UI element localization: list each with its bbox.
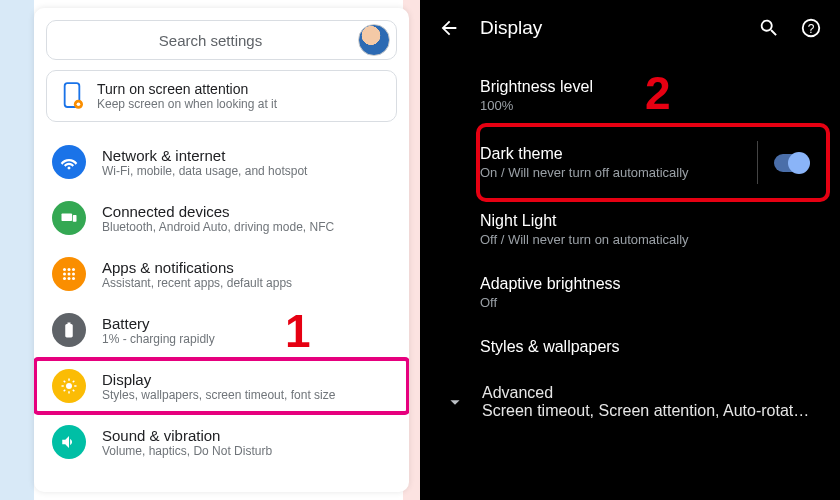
screen-attention-icon (61, 82, 83, 110)
help-button[interactable]: ? (800, 17, 822, 39)
step-2-annotation: 2 (645, 70, 671, 116)
search-placeholder: Search settings (63, 32, 358, 49)
apps-icon (52, 257, 86, 291)
svg-point-12 (68, 277, 71, 280)
svg-point-10 (72, 273, 75, 276)
display-item-darktheme[interactable]: Dark theme On / Will never turn off auto… (480, 127, 826, 198)
svg-point-8 (63, 273, 66, 276)
svg-point-14 (66, 383, 72, 389)
svg-point-7 (72, 268, 75, 271)
screen-attention-card[interactable]: Turn on screen attention Keep screen on … (46, 70, 397, 122)
svg-text:?: ? (808, 22, 815, 36)
settings-item-sound[interactable]: Sound & vibrationVolume, haptics, Do Not… (34, 414, 409, 470)
svg-point-5 (63, 268, 66, 271)
display-item-advanced[interactable]: Advanced Screen timeout, Screen attentio… (444, 370, 840, 424)
search-button[interactable] (758, 17, 780, 39)
page-title: Display (480, 17, 738, 39)
svg-point-11 (63, 277, 66, 280)
battery-icon (52, 313, 86, 347)
wifi-icon (52, 145, 86, 179)
svg-line-21 (64, 390, 66, 392)
settings-item-network[interactable]: Network & internetWi-Fi, mobile, data us… (34, 134, 409, 190)
svg-point-2 (77, 102, 81, 106)
chevron-down-icon (444, 391, 466, 413)
search-settings[interactable]: Search settings (46, 20, 397, 60)
avatar[interactable] (358, 24, 390, 56)
svg-point-13 (72, 277, 75, 280)
screen-attention-text: Turn on screen attention Keep screen on … (97, 81, 277, 111)
sound-icon (52, 425, 86, 459)
settings-item-display[interactable]: DisplayStyles, wallpapers, screen timeou… (34, 358, 409, 414)
settings-item-connected[interactable]: Connected devicesBluetooth, Android Auto… (34, 190, 409, 246)
settings-item-battery[interactable]: Battery1% - charging rapidly (34, 302, 409, 358)
settings-panel: Search settings Turn on screen attention… (34, 8, 409, 492)
display-header: Display ? (420, 0, 840, 56)
settings-item-apps[interactable]: Apps & notificationsAssistant, recent ap… (34, 246, 409, 302)
display-item-styles[interactable]: Styles & wallpapers (480, 324, 840, 370)
svg-point-9 (68, 273, 71, 276)
display-item-adaptive[interactable]: Adaptive brightness Off (480, 261, 840, 324)
darktheme-toggle[interactable] (774, 154, 808, 172)
display-item-nightlight[interactable]: Night Light Off / Will never turn on aut… (480, 198, 840, 261)
svg-line-19 (64, 381, 66, 383)
settings-list: Network & internetWi-Fi, mobile, data us… (34, 132, 409, 472)
svg-rect-3 (62, 214, 73, 222)
svg-line-20 (73, 390, 75, 392)
display-icon (52, 369, 86, 403)
display-panel: Display ? Brightness level 100% Dark the… (420, 0, 840, 500)
devices-icon (52, 201, 86, 235)
step-1-annotation: 1 (285, 308, 311, 354)
svg-point-6 (68, 268, 71, 271)
back-button[interactable] (438, 17, 460, 39)
svg-rect-4 (73, 215, 77, 222)
svg-line-22 (73, 381, 75, 383)
